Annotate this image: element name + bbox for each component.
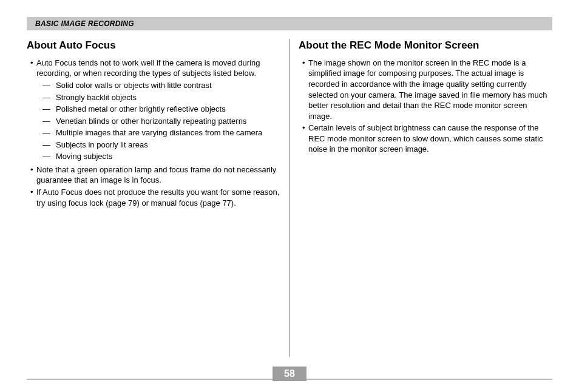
- dash-text: Multiple images that are varying distanc…: [56, 127, 280, 138]
- bullet-text: Auto Focus tends not to work well if the…: [36, 58, 280, 79]
- bullet-item: • Certain levels of subject brightness c…: [302, 123, 552, 155]
- dash-text: Polished metal or other brightly reflect…: [56, 104, 280, 115]
- dash-text: Solid color walls or objects with little…: [56, 80, 280, 91]
- bullet-item: • Note that a green operation lamp and f…: [30, 164, 280, 186]
- content-columns: About Auto Focus • Auto Focus tends not …: [27, 39, 552, 357]
- bullet-text: Note that a green operation lamp and foc…: [36, 164, 280, 186]
- bullet-dot-icon: •: [30, 164, 36, 186]
- page-number-text: 58: [284, 368, 295, 379]
- dash-item: —Venetian blinds or other horizontally r…: [42, 116, 280, 127]
- section-header-text: BASIC IMAGE RECORDING: [35, 19, 134, 28]
- dash-item: —Multiple images that are varying distan…: [42, 127, 280, 138]
- dash-icon: —: [42, 92, 56, 103]
- left-column: About Auto Focus • Auto Focus tends not …: [27, 39, 289, 357]
- bullet-dot-icon: •: [302, 58, 308, 121]
- dash-text: Moving subjects: [56, 151, 280, 162]
- dash-icon: —: [42, 80, 56, 91]
- dash-icon: —: [42, 127, 56, 138]
- section-header-bar: BASIC IMAGE RECORDING: [27, 17, 552, 30]
- dash-icon: —: [42, 140, 56, 150]
- dash-item: —Moving subjects: [42, 151, 280, 162]
- bullet-dot-icon: •: [302, 123, 308, 155]
- dash-icon: —: [42, 116, 56, 127]
- dash-icon: —: [42, 104, 56, 115]
- page-footer: 58: [27, 379, 552, 380]
- right-column: About the REC Mode Monitor Screen • The …: [290, 39, 552, 357]
- bullet-text: The image shown on the monitor screen in…: [308, 58, 552, 121]
- right-heading: About the REC Mode Monitor Screen: [299, 39, 552, 53]
- bullet-item: • If Auto Focus does not produce the res…: [30, 187, 280, 208]
- dash-item: —Polished metal or other brightly reflec…: [42, 104, 280, 115]
- dash-item: —Subjects in poorly lit areas: [42, 140, 280, 150]
- bullet-dot-icon: •: [30, 58, 36, 79]
- bullet-dot-icon: •: [30, 187, 36, 208]
- bullet-item: • Auto Focus tends not to work well if t…: [30, 58, 280, 79]
- right-bullets: • The image shown on the monitor screen …: [299, 58, 552, 155]
- left-bullets: • Auto Focus tends not to work well if t…: [27, 58, 280, 208]
- dash-text: Venetian blinds or other horizontally re…: [56, 116, 280, 127]
- dash-text: Subjects in poorly lit areas: [56, 140, 280, 150]
- bullet-text: Certain levels of subject brightness can…: [308, 123, 552, 155]
- page-number-badge: 58: [273, 367, 306, 381]
- dash-text: Strongly backlit objects: [56, 92, 280, 103]
- bullet-text: If Auto Focus does not produce the resul…: [36, 187, 280, 208]
- dash-item: —Solid color walls or objects with littl…: [42, 80, 280, 91]
- dash-item: —Strongly backlit objects: [42, 92, 280, 103]
- left-heading: About Auto Focus: [27, 39, 280, 53]
- dash-icon: —: [42, 151, 56, 162]
- document-page: BASIC IMAGE RECORDING About Auto Focus •…: [0, 0, 579, 392]
- bullet-item: • The image shown on the monitor screen …: [302, 58, 552, 121]
- dash-list: —Solid color walls or objects with littl…: [30, 80, 280, 162]
